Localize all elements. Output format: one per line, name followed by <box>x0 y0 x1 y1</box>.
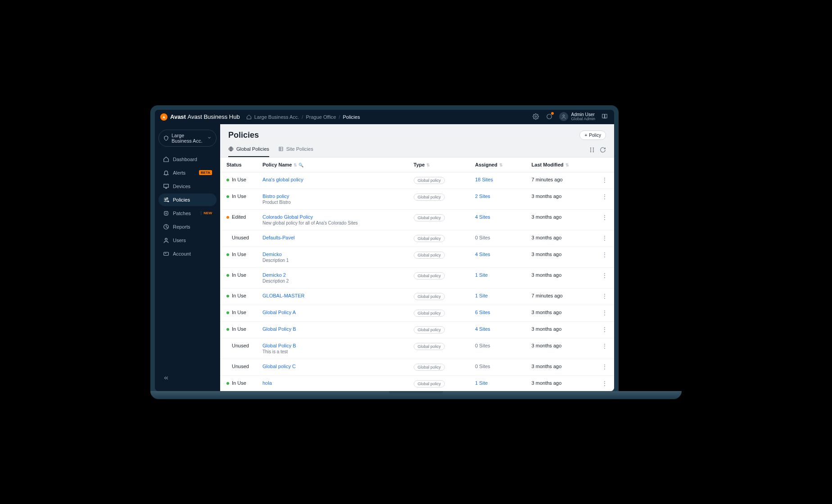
main: Policies + Policy Global Policies <box>220 124 614 391</box>
type-cell: Global policy <box>407 209 469 230</box>
kebab-icon[interactable]: ⋮ <box>601 380 608 387</box>
col-modified[interactable]: Last Modified⇅ <box>525 158 595 172</box>
kebab-icon[interactable]: ⋮ <box>601 309 608 316</box>
policy-link[interactable]: GLOBAL-MASTER <box>262 293 305 298</box>
policy-link[interactable]: hola <box>262 380 272 386</box>
beta-badge: BETA <box>199 170 212 175</box>
table-row[interactable]: In UseholaGlobal policy1 Site3 months ag… <box>220 375 614 391</box>
user-role: Global Admin <box>571 117 595 122</box>
user-menu[interactable]: Admin User Global Admin <box>559 112 595 122</box>
sidebar-item-dashboard[interactable]: Dashboard <box>158 153 217 166</box>
status-text: Unused <box>232 343 249 348</box>
table-row[interactable]: UnusedGlobal policy CGlobal policy0 Site… <box>220 359 614 375</box>
assigned-link[interactable]: 4 Sites <box>475 252 490 257</box>
assigned-cell: 4 Sites <box>469 209 525 230</box>
type-cell: Global policy <box>407 305 469 321</box>
table-row[interactable]: In UseBistro policyProduct BistroGlobal … <box>220 189 614 209</box>
kebab-icon[interactable]: ⋮ <box>601 363 608 370</box>
kebab-icon[interactable]: ⋮ <box>601 342 608 350</box>
table-row[interactable]: In UseDemickoDescription 1Global policy4… <box>220 247 614 267</box>
name-cell: Ana's global policy <box>256 172 407 189</box>
assigned-link[interactable]: 1 Site <box>475 272 488 278</box>
kebab-icon[interactable]: ⋮ <box>601 272 608 279</box>
assigned-cell: 4 Sites <box>469 247 525 267</box>
assigned-value: 0 Sites <box>475 343 490 348</box>
table-row[interactable]: UnusedDefaults-PavelGlobal policy0 Sites… <box>220 230 614 247</box>
table-tools <box>589 147 606 157</box>
type-badge: Global policy <box>414 364 445 371</box>
col-status[interactable]: Status <box>220 158 256 172</box>
kebab-icon[interactable]: ⋮ <box>601 234 608 242</box>
table-row[interactable]: In UseGlobal Policy AGlobal policy6 Site… <box>220 305 614 321</box>
status-cell: In Use <box>220 189 256 209</box>
col-assigned[interactable]: Assigned⇅ <box>469 158 525 172</box>
type-cell: Global policy <box>407 338 469 359</box>
tabs: Global Policies Site Policies <box>228 146 313 157</box>
kebab-icon[interactable]: ⋮ <box>601 176 608 184</box>
sidebar-item-alerts[interactable]: AlertsBETA <box>158 166 217 179</box>
sidebar-item-account[interactable]: Account <box>158 248 217 260</box>
policy-link[interactable]: Global policy C <box>262 364 296 369</box>
policy-link[interactable]: Ana's global policy <box>262 177 303 182</box>
policy-link[interactable]: Global Policy B <box>262 343 296 348</box>
brand-logo[interactable]: Avast Avast Business Hub <box>160 113 240 121</box>
kebab-icon[interactable]: ⋮ <box>601 292 608 300</box>
type-cell: Global policy <box>407 288 469 305</box>
assigned-link[interactable]: 1 Site <box>475 380 488 386</box>
policy-link[interactable]: Demicko <box>262 252 282 257</box>
sidebar-item-policies[interactable]: Policies <box>158 194 217 206</box>
status-dot-icon <box>226 295 229 297</box>
tab-site-policies[interactable]: Site Policies <box>278 146 313 157</box>
type-cell: Global policy <box>407 172 469 189</box>
add-policy-button[interactable]: + Policy <box>579 130 606 140</box>
name-cell: Demicko 2Description 2 <box>256 267 407 288</box>
type-badge: Global policy <box>414 343 445 350</box>
policy-link[interactable]: Bistro policy <box>262 194 289 199</box>
assigned-link[interactable]: 4 Sites <box>475 326 490 332</box>
table-row[interactable]: In UseDemicko 2Description 2Global polic… <box>220 267 614 288</box>
kebab-icon[interactable]: ⋮ <box>601 251 608 258</box>
notifications-icon[interactable] <box>546 113 553 120</box>
policy-link[interactable]: Global Policy A <box>262 310 296 315</box>
assigned-link[interactable]: 18 Sites <box>475 177 493 182</box>
refresh-icon[interactable] <box>600 147 606 153</box>
table-row[interactable]: In UseAna's global policyGlobal policy18… <box>220 172 614 189</box>
settings-icon[interactable] <box>532 113 539 120</box>
table-row[interactable]: EditedColorado Global PolicyNew global p… <box>220 209 614 230</box>
status-dot-icon <box>226 365 229 368</box>
table-row[interactable]: In UseGlobal Policy BGlobal policy4 Site… <box>220 321 614 338</box>
collapse-sidebar[interactable] <box>158 371 217 386</box>
modified-cell: 3 months ago <box>525 375 595 391</box>
table-row[interactable]: In UseGLOBAL-MASTERGlobal policy1 Site7 … <box>220 288 614 305</box>
type-badge: Global policy <box>414 380 445 387</box>
status-cell: In Use <box>220 172 256 189</box>
name-cell: Global Policy B <box>256 321 407 338</box>
sidebar-item-users[interactable]: Users <box>158 234 217 247</box>
kebab-icon[interactable]: ⋮ <box>601 193 608 200</box>
app-switcher-icon[interactable] <box>601 113 609 120</box>
assigned-link[interactable]: 1 Site <box>475 293 488 298</box>
kebab-icon[interactable]: ⋮ <box>601 326 608 333</box>
sidebar-item-patches[interactable]: PatchesNEW <box>158 207 217 220</box>
policy-link[interactable]: Global Policy B <box>262 326 296 332</box>
table-row[interactable]: UnusedGlobal Policy BThis is a testGloba… <box>220 338 614 359</box>
breadcrumb-mid[interactable]: Prague Office <box>306 114 336 120</box>
policy-link[interactable]: Demicko 2 <box>262 272 286 278</box>
account-selector[interactable]: Large Business Acc. <box>158 130 217 147</box>
kebab-icon[interactable]: ⋮ <box>601 214 608 221</box>
breadcrumb-home[interactable]: Large Business Acc. <box>254 114 299 120</box>
assigned-link[interactable]: 6 Sites <box>475 310 490 315</box>
sidebar-item-reports[interactable]: Reports <box>158 220 217 233</box>
policy-link[interactable]: Defaults-Pavel <box>262 235 295 240</box>
rename-icon[interactable] <box>589 147 595 153</box>
col-type[interactable]: Type⇅ <box>407 158 469 172</box>
assigned-link[interactable]: 4 Sites <box>475 214 490 220</box>
policies-table-wrap[interactable]: Status Policy Name⇅ 🔍 Type⇅ Assigned⇅ La… <box>220 158 614 391</box>
name-cell: GLOBAL-MASTER <box>256 288 407 305</box>
tab-global-policies[interactable]: Global Policies <box>228 146 269 157</box>
assigned-link[interactable]: 2 Sites <box>475 194 490 199</box>
sidebar-item-devices[interactable]: Devices <box>158 180 217 193</box>
policy-link[interactable]: Colorado Global Policy <box>262 214 313 220</box>
breadcrumb-current: Policies <box>343 114 360 120</box>
col-name[interactable]: Policy Name⇅ 🔍 <box>256 158 407 172</box>
